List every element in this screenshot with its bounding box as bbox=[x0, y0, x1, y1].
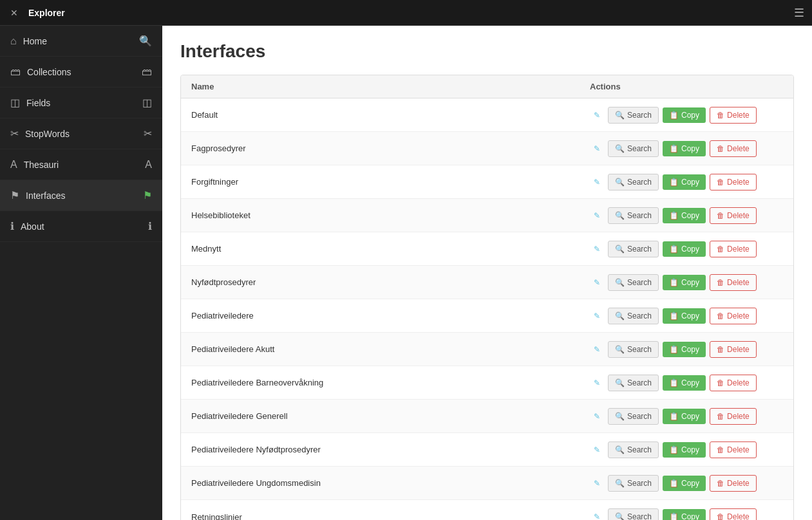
delete-button[interactable]: 🗑 Delete bbox=[710, 174, 757, 190]
edit-button[interactable]: ✎ bbox=[590, 141, 604, 156]
home-icon: ⌂ bbox=[10, 35, 17, 47]
sidebar-item-collections[interactable]: 🗃 Collections 🗃 bbox=[0, 57, 162, 88]
row-name: Fagprosedyrer bbox=[191, 144, 590, 153]
copy-icon: 📋 bbox=[669, 178, 679, 187]
edit-icon: ✎ bbox=[594, 111, 600, 120]
edit-button[interactable]: ✎ bbox=[590, 107, 604, 123]
row-actions: ✎ 🔍 Search 📋 Copy 🗑 Delete bbox=[590, 475, 783, 492]
edit-button[interactable]: ✎ bbox=[590, 174, 604, 190]
search-button[interactable]: 🔍 Search bbox=[608, 441, 659, 458]
edit-button[interactable]: ✎ bbox=[590, 308, 604, 324]
edit-button[interactable]: ✎ bbox=[590, 476, 604, 491]
sidebar-item-thesauri[interactable]: A Thesauri A bbox=[0, 149, 162, 180]
delete-button[interactable]: 🗑 Delete bbox=[710, 508, 757, 520]
edit-icon: ✎ bbox=[594, 211, 600, 220]
search-icon: 🔍 bbox=[615, 178, 625, 187]
search-button[interactable]: 🔍 Search bbox=[608, 274, 659, 291]
table-row: Retningslinjer ✎ 🔍 Search 📋 Copy 🗑 Delet… bbox=[181, 500, 793, 520]
delete-button[interactable]: 🗑 Delete bbox=[710, 308, 757, 324]
delete-label: Delete bbox=[727, 278, 750, 287]
search-button[interactable]: 🔍 Search bbox=[608, 140, 659, 157]
sidebar-item-about[interactable]: ℹ About ℹ bbox=[0, 211, 162, 242]
edit-button[interactable]: ✎ bbox=[590, 409, 604, 424]
row-actions: ✎ 🔍 Search 📋 Copy 🗑 Delete bbox=[590, 241, 783, 257]
edit-button[interactable]: ✎ bbox=[590, 509, 604, 520]
search-button[interactable]: 🔍 Search bbox=[608, 341, 659, 358]
copy-button[interactable]: 📋 Copy bbox=[663, 409, 706, 424]
hamburger-icon: ☰ bbox=[794, 6, 804, 20]
copy-button[interactable]: 📋 Copy bbox=[663, 107, 706, 123]
edit-button[interactable]: ✎ bbox=[590, 208, 604, 223]
row-name: Pediatriveiledere Ungdomsmedisin bbox=[191, 478, 590, 488]
delete-label: Delete bbox=[727, 245, 750, 254]
copy-button[interactable]: 📋 Copy bbox=[663, 375, 706, 391]
edit-button[interactable]: ✎ bbox=[590, 241, 604, 257]
delete-button[interactable]: 🗑 Delete bbox=[710, 341, 757, 358]
search-button[interactable]: 🔍 Search bbox=[608, 508, 659, 520]
row-name: Pediatriveiledere bbox=[191, 311, 590, 320]
edit-icon: ✎ bbox=[594, 178, 600, 187]
search-button[interactable]: 🔍 Search bbox=[608, 207, 659, 224]
layout: ⌂ Home 🔍 🗃 Collections 🗃 ◫ Fields ◫ ✂ St… bbox=[0, 26, 812, 520]
copy-button[interactable]: 📋 Copy bbox=[663, 275, 706, 290]
sidebar-item-fields[interactable]: ◫ Fields ◫ bbox=[0, 88, 162, 118]
copy-button[interactable]: 📋 Copy bbox=[663, 342, 706, 357]
delete-label: Delete bbox=[727, 211, 750, 220]
search-icon: 🔍 bbox=[615, 311, 625, 320]
edit-button[interactable]: ✎ bbox=[590, 275, 604, 290]
delete-button[interactable]: 🗑 Delete bbox=[710, 375, 757, 391]
search-label: Search bbox=[627, 178, 652, 187]
row-actions: ✎ 🔍 Search 📋 Copy 🗑 Delete bbox=[590, 274, 783, 291]
search-button[interactable]: 🔍 Search bbox=[608, 408, 659, 425]
search-button[interactable]: 🔍 Search bbox=[608, 475, 659, 492]
copy-button[interactable]: 📋 Copy bbox=[663, 141, 706, 156]
delete-button[interactable]: 🗑 Delete bbox=[710, 475, 757, 492]
trash-icon: 🗑 bbox=[717, 211, 724, 220]
row-actions: ✎ 🔍 Search 📋 Copy 🗑 Delete bbox=[590, 508, 783, 520]
delete-button[interactable]: 🗑 Delete bbox=[710, 408, 757, 425]
copy-button[interactable]: 📋 Copy bbox=[663, 509, 706, 520]
sidebar-item-interfaces[interactable]: ⚑ Interfaces ⚑ bbox=[0, 180, 162, 211]
delete-button[interactable]: 🗑 Delete bbox=[710, 241, 757, 257]
copy-button[interactable]: 📋 Copy bbox=[663, 308, 706, 324]
copy-button[interactable]: 📋 Copy bbox=[663, 208, 706, 223]
search-button[interactable]: 🔍 Search bbox=[608, 241, 659, 257]
trash-icon: 🗑 bbox=[717, 245, 724, 254]
main-content: Interfaces Name Actions Default ✎ 🔍 Sear… bbox=[162, 26, 812, 520]
copy-button[interactable]: 📋 Copy bbox=[663, 174, 706, 190]
copy-button[interactable]: 📋 Copy bbox=[663, 442, 706, 458]
table-row: Mednytt ✎ 🔍 Search 📋 Copy 🗑 Delete bbox=[181, 232, 793, 266]
sidebar-label-interfaces: Interfaces bbox=[26, 190, 65, 201]
table-row: Pediatriveiledere Generell ✎ 🔍 Search 📋 … bbox=[181, 400, 793, 433]
search-button[interactable]: 🔍 Search bbox=[608, 375, 659, 391]
delete-button[interactable]: 🗑 Delete bbox=[710, 107, 757, 124]
delete-label: Delete bbox=[727, 378, 750, 387]
search-button[interactable]: 🔍 Search bbox=[608, 174, 659, 190]
table-body: Default ✎ 🔍 Search 📋 Copy 🗑 Delete Fagpr… bbox=[181, 98, 793, 520]
delete-button[interactable]: 🗑 Delete bbox=[710, 274, 757, 291]
search-label: Search bbox=[627, 311, 652, 320]
search-button[interactable]: 🔍 Search bbox=[608, 308, 659, 324]
about-action-icon: ℹ bbox=[148, 220, 152, 232]
search-button[interactable]: 🔍 Search bbox=[608, 107, 659, 124]
sidebar-item-stopwords[interactable]: ✂ StopWords ✂ bbox=[0, 118, 162, 149]
copy-label: Copy bbox=[681, 178, 699, 187]
menu-button[interactable]: ☰ bbox=[794, 6, 804, 20]
copy-label: Copy bbox=[681, 479, 699, 488]
delete-button[interactable]: 🗑 Delete bbox=[710, 140, 757, 157]
delete-button[interactable]: 🗑 Delete bbox=[710, 207, 757, 224]
edit-icon: ✎ bbox=[594, 412, 600, 421]
edit-button[interactable]: ✎ bbox=[590, 442, 604, 458]
close-button[interactable]: ✕ bbox=[8, 6, 21, 19]
search-icon: 🔍 bbox=[139, 35, 152, 47]
copy-button[interactable]: 📋 Copy bbox=[663, 241, 706, 257]
edit-button[interactable]: ✎ bbox=[590, 342, 604, 357]
table-row: Default ✎ 🔍 Search 📋 Copy 🗑 Delete bbox=[181, 98, 793, 132]
sidebar-item-home[interactable]: ⌂ Home 🔍 bbox=[0, 26, 162, 57]
copy-button[interactable]: 📋 Copy bbox=[663, 476, 706, 491]
copy-icon: 📋 bbox=[669, 278, 679, 287]
table-row: Pediatriveiledere Akutt ✎ 🔍 Search 📋 Cop… bbox=[181, 333, 793, 366]
edit-button[interactable]: ✎ bbox=[590, 375, 604, 391]
fields-icon: ◫ bbox=[10, 97, 20, 109]
delete-button[interactable]: 🗑 Delete bbox=[710, 441, 757, 458]
